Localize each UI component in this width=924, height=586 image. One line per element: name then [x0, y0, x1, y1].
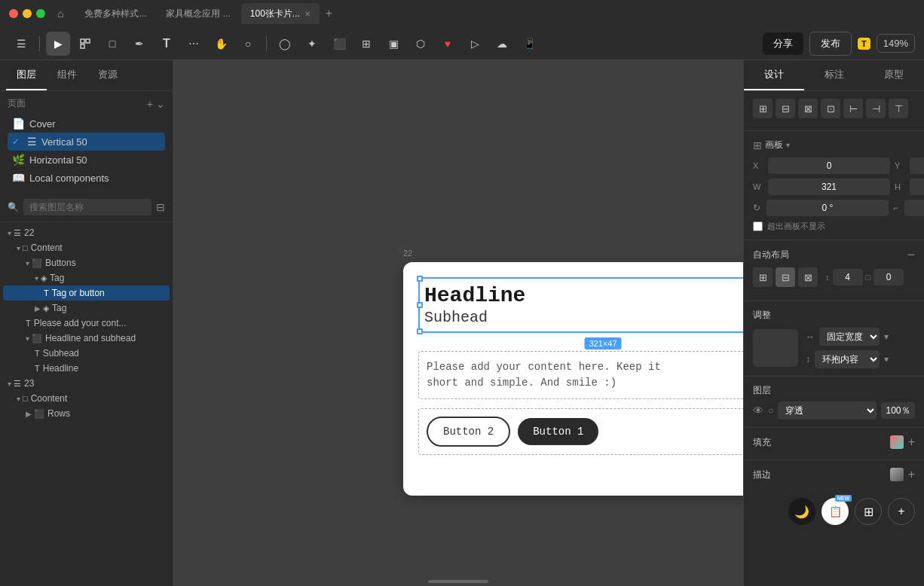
circle-tool[interactable]: ◯: [273, 32, 297, 56]
group-tool[interactable]: ▣: [381, 32, 405, 56]
distribute-button[interactable]: ⊤: [889, 99, 908, 118]
height-select[interactable]: 环抱内容: [815, 350, 880, 368]
align-bottom-button[interactable]: ⊣: [866, 99, 886, 118]
add-page-button[interactable]: +: [147, 98, 153, 110]
align-top-button[interactable]: ⊡: [821, 99, 840, 118]
layer-buttons[interactable]: ▾ ⬛ Buttons: [3, 255, 170, 270]
grid-fab[interactable]: ⊞: [855, 498, 882, 525]
card-frame[interactable]: Headline Subhead 321×47 Please add your …: [403, 262, 743, 496]
rotate-input[interactable]: [766, 200, 889, 216]
y-input[interactable]: [910, 157, 924, 174]
stroke-color-picker[interactable]: [890, 468, 904, 481]
filter-icon[interactable]: ⊟: [156, 201, 165, 213]
overflow-checkbox[interactable]: [753, 221, 763, 231]
canvas-scrollbar[interactable]: [428, 580, 488, 583]
x-input[interactable]: [768, 157, 890, 174]
mask-tool[interactable]: ⬡: [408, 32, 433, 56]
layer-please-add[interactable]: T Please add your cont...: [3, 316, 170, 331]
align-left-button[interactable]: ⊞: [753, 99, 773, 118]
star-tool[interactable]: ✦: [300, 32, 324, 56]
plus-fab[interactable]: +: [888, 498, 915, 525]
layer-rows[interactable]: ▶ ⬛ Rows: [3, 406, 170, 421]
layout-dir-3[interactable]: ⊠: [798, 267, 818, 287]
comment-tool[interactable]: ○: [236, 32, 260, 56]
shape-tool[interactable]: □: [100, 32, 124, 56]
anchor-tool[interactable]: ⋯: [182, 32, 206, 56]
play-tool[interactable]: ▷: [463, 32, 487, 56]
hand-tool[interactable]: ✋: [209, 32, 233, 56]
minimize-button[interactable]: [23, 9, 32, 18]
frame-tool[interactable]: [73, 32, 97, 56]
device-tool[interactable]: 📱: [517, 32, 541, 56]
layer-headline[interactable]: T Headline: [3, 361, 170, 376]
tab-1[interactable]: 免费多种样式...: [75, 3, 155, 24]
home-icon[interactable]: ⌂: [57, 8, 63, 20]
text-tool[interactable]: T: [155, 32, 179, 56]
layer-headline-subhead[interactable]: ▾ ⬛ Headline and subhead: [3, 331, 170, 346]
search-input[interactable]: [23, 199, 151, 215]
width-select[interactable]: 固定宽度: [819, 328, 880, 346]
add-stroke-button[interactable]: +: [908, 468, 915, 481]
canvas[interactable]: 22 Headline Subhead 321×47: [173, 60, 743, 586]
tab-3[interactable]: 100张卡片... ✕: [241, 3, 320, 24]
maximize-button[interactable]: [36, 9, 45, 18]
moon-fab[interactable]: 🌙: [788, 498, 815, 525]
pages-expand-button[interactable]: ⌄: [156, 98, 165, 110]
new-tab-button[interactable]: +: [321, 7, 337, 20]
headline-subhead-group[interactable]: Headline Subhead 321×47: [418, 277, 743, 333]
copy-fab[interactable]: 📋 NEW: [822, 498, 849, 525]
close-button[interactable]: [9, 9, 18, 18]
padding-input[interactable]: [874, 269, 904, 285]
w-input[interactable]: [768, 179, 890, 195]
page-vertical[interactable]: ✓ ☰ Vertical 50: [8, 133, 165, 151]
page-horizontal[interactable]: 🌿 Horizontal 50: [8, 151, 165, 169]
layer-subhead[interactable]: T Subhead: [3, 346, 170, 361]
assets-tab[interactable]: 资源: [87, 60, 128, 90]
layer-content[interactable]: ▾ □ Content: [3, 240, 170, 255]
frame2-tool[interactable]: ⬛: [327, 32, 351, 56]
layout-dir-2[interactable]: ⊟: [776, 267, 795, 287]
layers-tab[interactable]: 图层: [6, 60, 47, 90]
vector-tool[interactable]: ✒: [127, 32, 151, 56]
align-right-button[interactable]: ⊠: [798, 99, 818, 118]
menu-button[interactable]: ☰: [9, 32, 33, 56]
layer-coontent[interactable]: ▾ □ Coontent: [3, 391, 170, 406]
heart-tool[interactable]: ♥: [436, 32, 460, 56]
layer-tag1[interactable]: ▾ ◈ Tag: [3, 270, 170, 285]
expand-icon[interactable]: ▾: [884, 331, 889, 342]
layout-dir-1[interactable]: ⊞: [753, 267, 773, 287]
opacity-input[interactable]: [881, 402, 915, 419]
remove-auto-layout-button[interactable]: −: [907, 248, 915, 261]
visibility-icon[interactable]: 👁: [753, 404, 763, 417]
page-cover[interactable]: 📄 Cover: [8, 114, 165, 133]
cloud-tool[interactable]: ☁: [490, 32, 514, 56]
components-tab[interactable]: 组件: [47, 60, 87, 90]
expand-icon-2[interactable]: ▾: [884, 354, 889, 365]
tab-close-icon[interactable]: ✕: [304, 10, 311, 18]
layer-tag-or-button[interactable]: T Tag or button: [3, 285, 170, 301]
fill-color-picker[interactable]: [890, 435, 904, 449]
layer-23[interactable]: ▾ ☰ 23: [3, 376, 170, 391]
share-button[interactable]: 分享: [763, 32, 803, 55]
button-1[interactable]: Button 1: [518, 418, 598, 445]
layer-tag2[interactable]: ▶ ◈ Tag: [3, 301, 170, 316]
prototype-tab[interactable]: 原型: [864, 60, 924, 90]
h-input[interactable]: [910, 179, 924, 195]
zoom-display[interactable]: 149%: [877, 34, 915, 53]
markup-tab[interactable]: 标注: [804, 60, 864, 90]
comp-tool[interactable]: ⊞: [354, 32, 378, 56]
align-center-v-button[interactable]: ⊢: [843, 99, 863, 118]
canvas-dropdown-icon[interactable]: ▾: [786, 141, 790, 149]
design-tab[interactable]: 设计: [744, 60, 804, 90]
publish-button[interactable]: 发布: [809, 32, 852, 56]
gap-input[interactable]: [833, 269, 863, 285]
add-fill-button[interactable]: +: [908, 435, 915, 449]
button-2[interactable]: Button 2: [427, 417, 510, 447]
page-local[interactable]: 📖 Local components: [8, 169, 165, 187]
layer-22[interactable]: ▾ ☰ 22: [3, 225, 170, 240]
align-center-h-button[interactable]: ⊟: [776, 99, 795, 118]
tab-2[interactable]: 家具概念应用 ...: [157, 3, 239, 24]
corner-input[interactable]: [904, 200, 924, 216]
move-tool[interactable]: ▶: [46, 32, 70, 56]
blend-select[interactable]: 穿透: [778, 401, 877, 420]
